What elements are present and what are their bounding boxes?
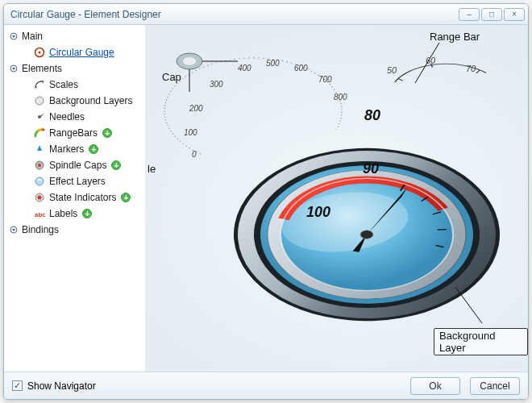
add-button[interactable]: + — [82, 209, 92, 218]
svg-point-9 — [38, 164, 41, 167]
spindle-cap-icon — [33, 159, 46, 172]
marker-icon — [33, 143, 46, 156]
tree-node-spindle-caps[interactable]: Spindle Caps + — [20, 157, 145, 173]
svg-point-7 — [38, 115, 41, 118]
navigator-tree: Main Circular Gauge — [4, 25, 145, 372]
tree-label: Markers — [49, 143, 84, 155]
scale-tick-label: 100 — [306, 204, 330, 221]
scale-tick-label: 100 — [184, 128, 197, 137]
tree-label: State Indicators — [49, 192, 116, 203]
tree-label: Labels — [49, 208, 77, 219]
footer-bar: ✓ Show Navigator Ok Cancel — [4, 372, 528, 399]
add-button[interactable]: + — [102, 128, 112, 138]
tree-label: RangeBars — [49, 127, 98, 139]
tree-label: Circular Gauge — [49, 47, 114, 58]
tree-label: Background Layers — [49, 95, 132, 106]
cancel-button[interactable]: Cancel — [470, 377, 520, 395]
tree-node-scales[interactable]: Scales — [20, 77, 145, 93]
svg-point-11 — [37, 179, 42, 181]
scale-tick-label: 80 — [364, 107, 380, 124]
tree-label: Elements — [22, 63, 62, 74]
scale-tick-label: 600 — [294, 64, 308, 73]
svg-line-32 — [476, 70, 480, 73]
gauge-illustration — [145, 25, 528, 372]
tree-node-circular-gauge[interactable]: Circular Gauge — [20, 44, 145, 60]
svg-point-6 — [35, 97, 44, 105]
tree-node-labels[interactable]: abc Labels + — [20, 206, 145, 222]
tree-node-main[interactable]: Main — [9, 28, 145, 44]
callout-cap: Cap — [160, 70, 184, 84]
show-navigator-checkbox[interactable]: ✓ — [12, 380, 23, 391]
tree-node-state-indicators[interactable]: State Indicators + — [20, 189, 145, 206]
scale-tick-label: 50 — [387, 65, 397, 75]
scale-icon — [33, 78, 46, 91]
svg-text:abc: abc — [35, 211, 45, 218]
tree-label: Main — [22, 31, 43, 42]
svg-line-30 — [398, 78, 403, 81]
maximize-button[interactable]: □ — [481, 8, 502, 21]
gauge-preview: 0 100 200 300 400 500 600 700 800 50 60 … — [145, 25, 528, 372]
scale-tick-label: 300 — [210, 80, 223, 89]
scale-tick-label: 70 — [466, 64, 476, 73]
needle-icon — [33, 110, 46, 123]
scale-tick-label: 500 — [266, 59, 280, 68]
tree-node-background-layers[interactable]: Background Layers — [20, 93, 145, 109]
ok-button[interactable]: Ok — [410, 377, 460, 395]
scale-tick-label: 800 — [334, 93, 347, 102]
scale-tick-label: 400 — [238, 64, 251, 73]
tree-node-bindings[interactable]: Bindings — [9, 222, 145, 238]
maximize-icon: □ — [489, 10, 494, 19]
tree-label: Bindings — [22, 224, 59, 235]
designer-window: Circular Gauge - Element Designer – □ × — [3, 3, 529, 400]
svg-point-34 — [183, 57, 196, 65]
add-button[interactable]: + — [89, 144, 98, 154]
label-icon: abc — [33, 207, 46, 220]
tree-node-rangebars[interactable]: RangeBars + — [20, 125, 145, 141]
tree-node-markers[interactable]: Markers + — [20, 141, 145, 157]
scale-tick-label: 90 — [363, 160, 379, 177]
layer-icon — [33, 94, 46, 107]
chevron-down-icon[interactable] — [9, 64, 19, 73]
scale-tick-label: 200 — [189, 104, 203, 113]
scale-tick-label: 700 — [318, 75, 332, 84]
chevron-down-icon[interactable] — [9, 31, 19, 41]
callout-background-layer: Background Layer — [434, 328, 528, 355]
add-button[interactable]: + — [121, 193, 131, 202]
callout-range-bar: Range Bar — [427, 30, 482, 44]
effect-layer-icon — [33, 175, 46, 188]
tree-node-needles[interactable]: Needles — [20, 109, 145, 125]
window-title: Circular Gauge - Element Designer — [10, 9, 459, 20]
chevron-right-icon[interactable] — [9, 225, 19, 235]
tree-label: Scales — [49, 79, 78, 90]
rangebar-icon — [33, 127, 46, 139]
content-area: Main Circular Gauge — [4, 25, 528, 372]
tree-node-effect-layers[interactable]: Effect Layers — [20, 173, 145, 189]
window-buttons: – □ × — [459, 8, 525, 21]
add-button[interactable]: + — [111, 160, 121, 170]
svg-point-13 — [38, 196, 42, 200]
state-indicator-icon — [33, 191, 46, 204]
tree-label: Needles — [49, 111, 85, 123]
window-body: Main Circular Gauge — [4, 25, 528, 399]
scale-tick-label: 60 — [426, 56, 435, 65]
titlebar[interactable]: Circular Gauge - Element Designer – □ × — [4, 4, 528, 25]
scale-tick-label: 0 — [192, 150, 197, 159]
callout-le: le — [145, 162, 158, 176]
close-button[interactable]: × — [504, 8, 525, 21]
minimize-button[interactable]: – — [459, 8, 480, 21]
svg-point-2 — [39, 52, 41, 54]
tree-label: Spindle Caps — [49, 160, 106, 171]
gauge-icon — [33, 46, 46, 59]
svg-line-38 — [455, 287, 482, 323]
tree-label: Effect Layers — [49, 176, 106, 187]
show-navigator-label: Show Navigator — [27, 380, 96, 392]
close-icon: × — [512, 10, 517, 19]
minimize-icon: – — [467, 10, 472, 19]
tree-node-elements[interactable]: Elements — [9, 60, 145, 77]
